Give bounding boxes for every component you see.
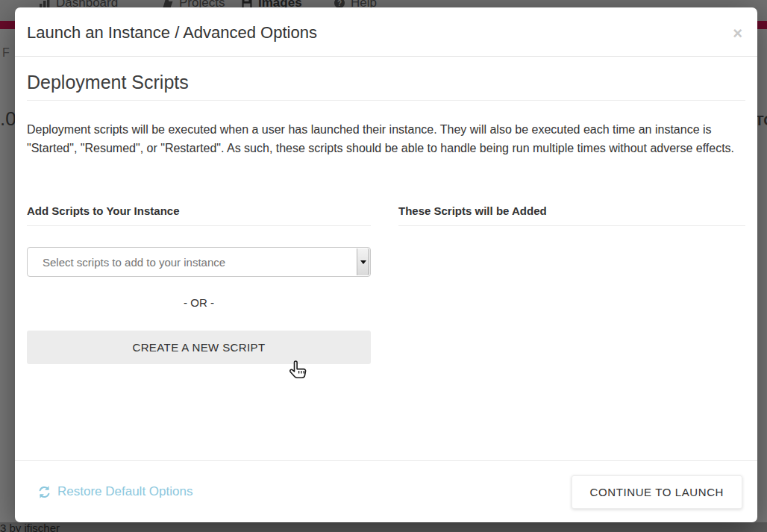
background-text-fragment: 3 by jfischer	[0, 522, 60, 532]
add-scripts-heading: Add Scripts to Your Instance	[27, 204, 371, 226]
modal-header: Launch an Instance / Advanced Options ×	[15, 7, 757, 57]
create-script-button[interactable]: CREATE A NEW SCRIPT	[27, 331, 371, 364]
svg-text:?: ?	[337, 0, 342, 7]
scripts-added-heading: These Scripts will be Added	[398, 204, 745, 226]
scripts-added-panel: These Scripts will be Added	[398, 204, 745, 364]
chevron-down-icon[interactable]	[357, 248, 369, 275]
modal-footer: Restore Default Options CONTINUE TO LAUN…	[15, 460, 757, 522]
close-icon[interactable]: ×	[733, 25, 742, 42]
restore-defaults-link[interactable]: Restore Default Options	[37, 484, 192, 499]
or-divider: - OR -	[27, 296, 371, 309]
background-text-fragment: .0	[0, 107, 16, 131]
columns: Add Scripts to Your Instance Select scri…	[27, 204, 745, 364]
section-heading: Deployment Scripts	[27, 72, 745, 101]
modal-body: Deployment Scripts Deployment scripts wi…	[15, 57, 757, 460]
hand-cursor-icon	[289, 360, 309, 383]
section-description: Deployment scripts will be executed when…	[27, 120, 736, 157]
modal-title: Launch an Instance / Advanced Options	[27, 23, 745, 43]
add-scripts-panel: Add Scripts to Your Instance Select scri…	[27, 204, 371, 364]
launch-advanced-options-dialog: Launch an Instance / Advanced Options × …	[15, 7, 757, 522]
restore-defaults-label: Restore Default Options	[57, 484, 192, 499]
script-select[interactable]: Select scripts to add to your instance	[27, 247, 371, 277]
script-select-placeholder: Select scripts to add to your instance	[28, 256, 225, 269]
continue-to-launch-button[interactable]: CONTINUE TO LAUNCH	[572, 475, 742, 509]
page: Dashboard Projects Images ? Help F .0 TO…	[0, 0, 767, 532]
background-text-fragment: F	[2, 46, 10, 60]
refresh-icon	[37, 485, 51, 499]
background-row	[0, 522, 767, 532]
